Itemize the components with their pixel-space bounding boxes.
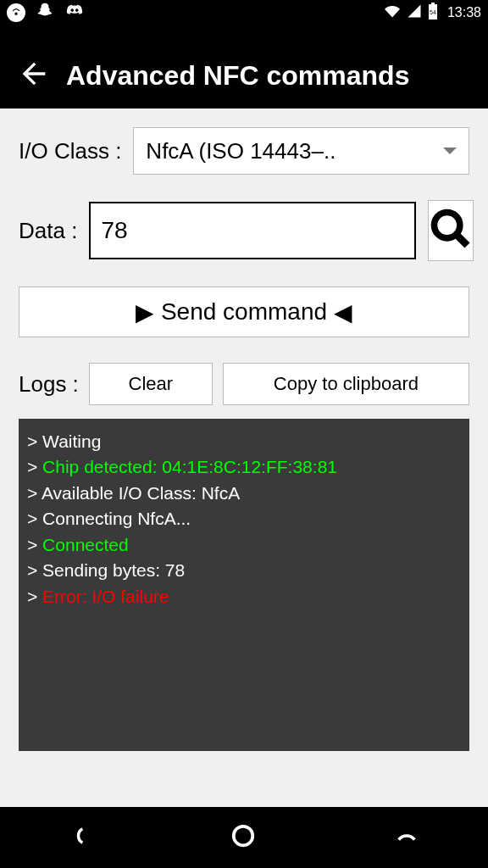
svg-point-5: [234, 826, 253, 846]
clear-button[interactable]: Clear: [89, 363, 213, 405]
nav-home-icon[interactable]: [230, 823, 256, 852]
clear-button-label: Clear: [129, 373, 174, 395]
main-content: I/O Class : NfcA (ISO 14443–.. Data : ▶ …: [0, 108, 488, 807]
system-navbar: [0, 807, 488, 868]
chevron-down-icon: [443, 147, 457, 154]
log-line: > Chip detected: 04:1E:8C:12:FF:38:81: [27, 454, 461, 480]
log-line: > Connected: [27, 532, 461, 558]
nav-back-icon[interactable]: [69, 824, 92, 851]
battery-icon: 54: [427, 3, 439, 23]
io-class-value: NfcA (ISO 14443–..: [146, 138, 435, 164]
play-right-icon: ▶: [136, 298, 154, 326]
snapchat-icon: [36, 2, 54, 24]
logs-label: Logs :: [19, 371, 79, 398]
log-line: > Sending bytes: 78: [27, 558, 461, 583]
nav-recent-icon[interactable]: [394, 824, 419, 851]
data-label: Data :: [19, 218, 77, 244]
status-time: 13:38: [447, 5, 481, 20]
discord-icon: [64, 2, 85, 24]
copy-button[interactable]: Copy to clipboard: [223, 363, 469, 405]
io-class-select[interactable]: NfcA (ISO 14443–..: [133, 127, 469, 175]
svg-line-4: [457, 235, 468, 246]
music-icon: [7, 3, 25, 22]
back-icon[interactable]: [17, 57, 51, 94]
log-line: > Connecting NfcA...: [27, 506, 461, 531]
svg-rect-0: [431, 3, 435, 4]
svg-text:54: 54: [430, 9, 436, 15]
page-title: Advanced NFC commands: [66, 60, 409, 92]
log-panel: > Waiting> Chip detected: 04:1E:8C:12:FF…: [19, 419, 469, 751]
app-header: Advanced NFC commands: [0, 25, 488, 108]
wifi-icon: [383, 3, 402, 22]
send-command-button[interactable]: ▶ Send command ◀: [19, 287, 469, 337]
search-icon: [429, 207, 473, 254]
send-command-label: Send command: [161, 298, 327, 326]
cellular-icon: [407, 3, 422, 22]
log-line: > Waiting: [27, 429, 461, 454]
status-bar: 54 13:38: [0, 0, 488, 25]
log-line: > Error: I/O failure: [27, 584, 461, 609]
log-line: > Available I/O Class: NfcA: [27, 481, 461, 506]
svg-point-3: [435, 213, 460, 238]
copy-button-label: Copy to clipboard: [274, 373, 419, 395]
io-class-label: I/O Class :: [19, 138, 121, 164]
search-button[interactable]: [428, 200, 474, 261]
play-left-icon: ◀: [334, 298, 352, 326]
data-input[interactable]: [89, 202, 416, 259]
